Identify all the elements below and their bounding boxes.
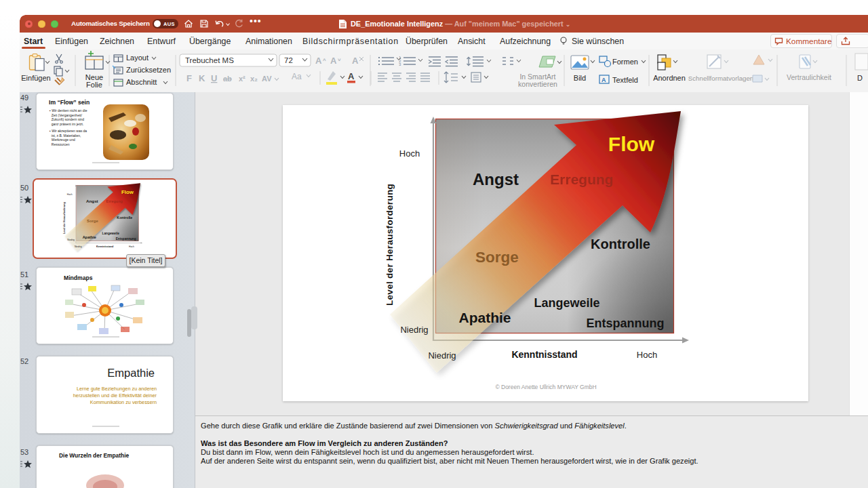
svg-text:Zurücksetzen: Zurücksetzen (126, 66, 171, 74)
svg-text:konvertieren: konvertieren (518, 80, 557, 88)
svg-text:A: A (348, 71, 355, 81)
svg-text:Vertraulichkeit: Vertraulichkeit (787, 73, 831, 81)
svg-text:U: U (211, 73, 217, 83)
svg-text:A: A (315, 56, 322, 66)
svg-text:AV: AV (262, 75, 272, 83)
svg-text:Schnellformatvorlagen: Schnellformatvorlagen (688, 75, 753, 82)
svg-text:Anordnen: Anordnen (653, 74, 686, 82)
svg-text:Trebuchet MS: Trebuchet MS (185, 56, 234, 64)
svg-text:Formen: Formen (612, 58, 638, 66)
svg-text:x²: x² (239, 75, 245, 83)
svg-text:˅: ˅ (338, 57, 341, 63)
svg-text:3: 3 (399, 62, 401, 66)
svg-text:A: A (352, 56, 359, 66)
svg-text:Folie: Folie (86, 81, 102, 89)
svg-text:Textfeld: Textfeld (612, 76, 638, 84)
svg-text:K: K (199, 73, 205, 83)
svg-text:D: D (857, 74, 863, 82)
svg-text:Layout: Layout (126, 54, 149, 62)
svg-text:F: F (186, 73, 192, 83)
svg-text:ab: ab (223, 75, 232, 83)
svg-text:Einfügen: Einfügen (21, 74, 50, 82)
svg-text:x₂: x₂ (250, 75, 258, 83)
svg-text:A: A (601, 77, 606, 83)
svg-text:Aa: Aa (292, 72, 302, 81)
svg-text:72: 72 (284, 56, 293, 64)
svg-text:Bild: Bild (574, 74, 586, 82)
svg-text:˄: ˄ (323, 57, 326, 63)
svg-text:A: A (330, 56, 337, 66)
svg-text:Abschnitt: Abschnitt (126, 78, 157, 86)
